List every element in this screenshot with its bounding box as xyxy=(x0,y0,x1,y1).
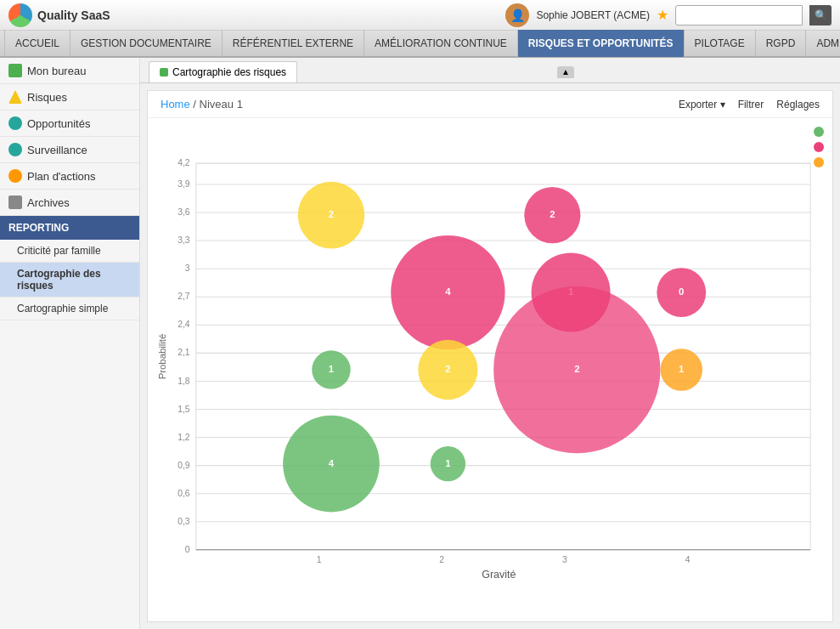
logo-text: Quality SaaS xyxy=(37,8,110,22)
user-area: 👤 Sophie JOBERT (ACME) ★ 🔍 xyxy=(505,3,832,27)
svg-text:0: 0 xyxy=(679,286,684,297)
svg-text:Gravité: Gravité xyxy=(482,569,516,581)
search-input[interactable] xyxy=(675,5,803,26)
svg-text:4,2: 4,2 xyxy=(178,158,190,167)
breadcrumb-home[interactable]: Home xyxy=(161,98,190,110)
cartographie-simple-label: Cartographie simple xyxy=(17,303,108,314)
risques-icon xyxy=(8,90,22,104)
sidebar-label-planactions: Plan d'actions xyxy=(27,170,96,183)
svg-text:3: 3 xyxy=(562,555,567,564)
sidebar-label-archives: Archives xyxy=(27,196,70,209)
svg-text:2,4: 2,4 xyxy=(178,320,190,329)
breadcrumb-current: Niveau 1 xyxy=(200,98,243,110)
svg-text:2: 2 xyxy=(550,209,555,219)
tab-cartographie[interactable]: Cartographie des risques xyxy=(149,61,297,82)
chart-legend xyxy=(814,127,824,167)
svg-text:1: 1 xyxy=(317,555,322,564)
archives-icon xyxy=(8,196,22,209)
legend-dot-orange xyxy=(814,157,824,167)
svg-text:0: 0 xyxy=(185,545,190,554)
chart-wrapper: Probabilité xyxy=(148,118,832,621)
svg-text:1: 1 xyxy=(445,458,450,468)
nav-accueil[interactable]: ACCUEIL xyxy=(4,30,70,57)
logo-area: Quality SaaS xyxy=(8,3,110,27)
svg-text:2,1: 2,1 xyxy=(178,348,190,357)
sidebar-label-surveillance: Surveillance xyxy=(27,144,87,156)
nav-risques[interactable]: RISQUES ET OPPORTUNITÉS xyxy=(518,30,685,57)
svg-text:4: 4 xyxy=(685,555,691,564)
svg-text:1: 1 xyxy=(679,364,684,374)
sidebar-sub-criticite[interactable]: Criticité par famille xyxy=(0,240,139,263)
x-axis: 1 2 3 4 Gravité xyxy=(196,550,810,581)
sidebar-sub-cartographie-risques[interactable]: Cartographie des risques xyxy=(0,263,139,298)
svg-text:1,5: 1,5 xyxy=(178,405,190,414)
svg-text:0,9: 0,9 xyxy=(178,461,190,470)
logo-icon xyxy=(8,3,32,27)
criticite-label: Criticité par famille xyxy=(17,245,101,257)
chart-actions: Exporter ▾ Filtrer Réglages xyxy=(679,99,820,110)
monbureau-icon xyxy=(8,64,22,77)
nav-rgpd[interactable]: RGPD xyxy=(756,30,807,57)
sidebar-sub-cartographie-simple[interactable]: Cartographie simple xyxy=(0,298,139,320)
nav-referentiel[interactable]: RÉFÉRENTIEL EXTERNE xyxy=(223,30,364,57)
sidebar-reporting-header[interactable]: REPORTING xyxy=(0,216,139,240)
tab-label: Cartographie des risques xyxy=(172,66,286,78)
svg-text:3,6: 3,6 xyxy=(178,207,190,217)
export-button[interactable]: Exporter ▾ xyxy=(679,99,725,110)
svg-text:0,6: 0,6 xyxy=(178,489,190,498)
svg-text:3,3: 3,3 xyxy=(178,235,190,245)
svg-text:2: 2 xyxy=(445,364,450,374)
nav-gestion-doc[interactable]: GESTION DOCUMENTAIRE xyxy=(70,30,223,57)
main-layout: Mon bureau Risques Opportunités Surveill… xyxy=(0,58,840,629)
cartographie-risques-label: Cartographie des risques xyxy=(17,268,131,292)
svg-text:Probabilité: Probabilité xyxy=(157,334,167,380)
content-area: Cartographie des risques ▲ Home / Niveau… xyxy=(140,58,840,629)
legend-item-vert xyxy=(814,127,824,137)
filter-button[interactable]: Filtrer xyxy=(738,99,764,110)
surveillance-icon xyxy=(8,143,22,156)
sidebar: Mon bureau Risques Opportunités Surveill… xyxy=(0,58,140,629)
sidebar-label-risques: Risques xyxy=(27,91,67,104)
settings-button[interactable]: Réglages xyxy=(776,99,820,110)
chart-container: Home / Niveau 1 Exporter ▾ Filtrer Régla… xyxy=(147,90,833,622)
svg-text:3: 3 xyxy=(185,264,190,273)
svg-text:2: 2 xyxy=(329,209,334,219)
nav-pilotage[interactable]: PILOTAGE xyxy=(685,30,756,57)
svg-text:2: 2 xyxy=(439,555,444,564)
svg-text:0,3: 0,3 xyxy=(178,517,190,526)
breadcrumb: Home / Niveau 1 xyxy=(161,98,243,110)
opportunites-icon xyxy=(8,116,22,130)
nav-admin[interactable]: ADMINISTRATION xyxy=(806,30,840,57)
svg-text:2,7: 2,7 xyxy=(178,292,190,301)
legend-item-rose xyxy=(814,142,824,152)
svg-text:2: 2 xyxy=(574,364,579,374)
legend-dot-vert xyxy=(814,127,824,137)
legend-item-orange xyxy=(814,157,824,167)
star-icon[interactable]: ★ xyxy=(657,7,668,23)
search-button[interactable]: 🔍 xyxy=(809,5,832,26)
avatar: 👤 xyxy=(505,3,529,27)
svg-text:1,8: 1,8 xyxy=(178,377,190,386)
sidebar-item-risques[interactable]: Risques xyxy=(0,84,139,110)
sidebar-item-archives[interactable]: Archives xyxy=(0,190,139,216)
sidebar-label-monbureau: Mon bureau xyxy=(27,65,86,77)
legend-dot-rose xyxy=(814,142,824,152)
sidebar-label-opportunites: Opportunités xyxy=(27,117,90,130)
navbar: ACCUEIL GESTION DOCUMENTAIRE RÉFÉRENTIEL… xyxy=(0,31,840,58)
nav-amelioration[interactable]: AMÉLIORATION CONTINUE xyxy=(364,30,518,57)
svg-text:4: 4 xyxy=(445,286,451,297)
svg-text:4: 4 xyxy=(329,458,335,468)
sidebar-item-monbureau[interactable]: Mon bureau xyxy=(0,58,139,84)
tab-dot xyxy=(160,68,168,76)
user-name: Sophie JOBERT (ACME) xyxy=(536,9,650,21)
sidebar-item-opportunites[interactable]: Opportunités xyxy=(0,110,139,137)
breadcrumb-separator: / xyxy=(193,98,199,110)
svg-text:3,9: 3,9 xyxy=(178,179,190,189)
sidebar-item-surveillance[interactable]: Surveillance xyxy=(0,137,139,163)
reporting-label: REPORTING xyxy=(8,222,69,234)
tab-header: Cartographie des risques ▲ xyxy=(140,58,840,83)
tab-collapse-btn[interactable]: ▲ xyxy=(557,66,574,78)
sidebar-item-plan-actions[interactable]: Plan d'actions xyxy=(0,163,139,190)
svg-text:1,2: 1,2 xyxy=(178,433,190,442)
topbar: Quality SaaS 👤 Sophie JOBERT (ACME) ★ 🔍 xyxy=(0,0,840,31)
